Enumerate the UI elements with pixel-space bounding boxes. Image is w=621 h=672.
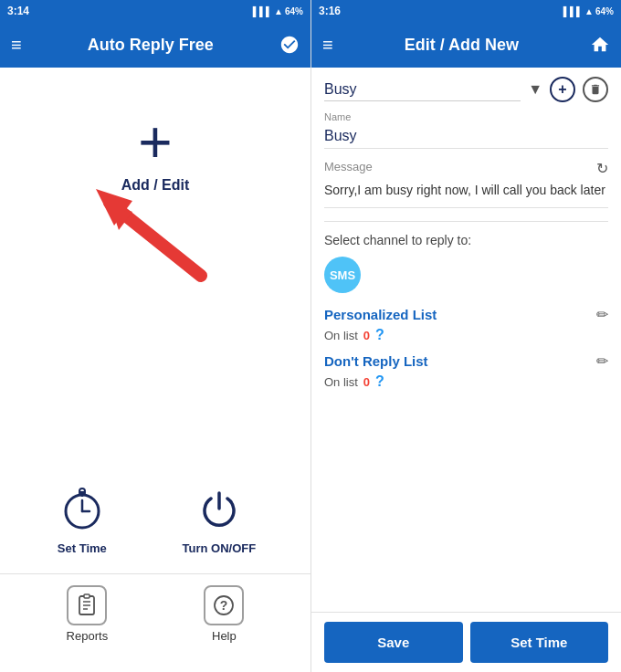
turn-onoff-label: Turn ON/OFF bbox=[183, 541, 257, 555]
set-time-icon bbox=[55, 481, 110, 536]
left-top-bar: ≡ Auto Reply Free bbox=[0, 22, 310, 68]
wifi-icon: ▲ bbox=[274, 6, 283, 16]
nav-help[interactable]: ? Help bbox=[204, 585, 244, 643]
right-home-icon[interactable] bbox=[590, 35, 610, 55]
help-icon-box: ? bbox=[204, 585, 244, 625]
turn-onoff-icon bbox=[192, 481, 247, 536]
personalized-on-list-row: On list 0 ? bbox=[324, 327, 608, 343]
personalized-on-list-label: On list bbox=[324, 329, 358, 342]
dropdown-arrow-icon: ▼ bbox=[528, 81, 542, 98]
sms-label: SMS bbox=[330, 268, 355, 282]
bottom-nav: Reports ? Help bbox=[0, 573, 310, 654]
personalized-help-icon[interactable]: ? bbox=[375, 327, 384, 343]
personalized-on-list-count: 0 bbox=[363, 329, 370, 342]
profile-dropdown[interactable]: Busy bbox=[324, 78, 521, 101]
message-label: Message bbox=[324, 160, 373, 173]
nav-reports[interactable]: Reports bbox=[67, 585, 109, 643]
sms-channel-icon[interactable]: SMS bbox=[324, 257, 361, 293]
dont-reply-list-title: Don't Reply List bbox=[324, 353, 428, 369]
left-main-content: + Add / Edit bbox=[0, 68, 310, 672]
add-edit-section[interactable]: + Add / Edit bbox=[64, 113, 247, 294]
right-panel: 3:16 ▌▌▌ ▲ 64% ≡ Edit / Add New Busy ▼ + bbox=[310, 0, 621, 672]
save-button[interactable]: Save bbox=[324, 622, 463, 663]
icon-row: Set Time Turn ON/OFF bbox=[0, 472, 310, 564]
personalized-list-header: Personalized List ✏ bbox=[324, 306, 608, 323]
svg-rect-14 bbox=[84, 594, 89, 598]
right-title: Edit / Add New bbox=[405, 36, 519, 55]
help-label: Help bbox=[212, 629, 237, 643]
dont-reply-on-list-row: On list 0 ? bbox=[324, 373, 608, 390]
bottom-section: Set Time Turn ON/OFF bbox=[0, 472, 310, 654]
dont-reply-help-icon[interactable]: ? bbox=[375, 373, 384, 390]
name-field-label: Name bbox=[324, 111, 608, 122]
turn-onoff-item[interactable]: Turn ON/OFF bbox=[183, 481, 257, 555]
personalized-list-edit[interactable]: ✏ bbox=[596, 306, 608, 323]
signal-bars: ▌▌▌ bbox=[253, 6, 272, 16]
right-battery: 64% bbox=[595, 6, 614, 16]
plus-icon: + bbox=[138, 113, 172, 172]
left-status-icons: ▌▌▌ ▲ 64% bbox=[253, 6, 303, 16]
left-top-right-icon bbox=[279, 35, 300, 55]
left-panel: 3:14 ▌▌▌ ▲ 64% ≡ Auto Reply Free + Add /… bbox=[0, 0, 310, 672]
battery-icon: 64% bbox=[285, 6, 303, 16]
set-time-item[interactable]: Set Time bbox=[55, 481, 110, 555]
red-arrow bbox=[64, 184, 247, 294]
dropdown-row: Busy ▼ + bbox=[324, 77, 608, 102]
set-time-button[interactable]: Set Time bbox=[470, 622, 609, 663]
left-menu-icon[interactable]: ≡ bbox=[11, 35, 22, 56]
left-time: 3:14 bbox=[7, 5, 29, 17]
dont-reply-on-list-count: 0 bbox=[363, 375, 370, 389]
right-status-icons: ▌▌▌ ▲ 64% bbox=[563, 6, 614, 16]
channel-label: Select channel to reply to: bbox=[324, 233, 608, 247]
dont-reply-on-list-label: On list bbox=[324, 375, 358, 389]
bottom-buttons: Save Set Time bbox=[311, 612, 621, 672]
right-status-bar: 3:16 ▌▌▌ ▲ 64% bbox=[311, 0, 621, 22]
message-text[interactable]: Sorry,I am busy right now, I will call y… bbox=[324, 181, 608, 208]
dont-reply-list-header: Don't Reply List ✏ bbox=[324, 352, 608, 370]
right-time: 3:16 bbox=[319, 5, 341, 17]
right-signal: ▌▌▌ bbox=[563, 6, 583, 16]
personalized-list-section: Personalized List ✏ On list 0 ? bbox=[324, 306, 608, 343]
set-time-label: Set Time bbox=[58, 541, 107, 555]
reports-icon-box bbox=[67, 585, 107, 625]
left-status-bar: 3:14 ▌▌▌ ▲ 64% bbox=[0, 0, 310, 22]
left-title: Auto Reply Free bbox=[88, 36, 214, 55]
right-wifi: ▲ bbox=[584, 6, 594, 16]
right-top-bar: ≡ Edit / Add New bbox=[311, 22, 621, 68]
personalized-list-title: Personalized List bbox=[324, 307, 437, 322]
right-form: Busy ▼ + Name Busy Message ↻ Sorry,I am … bbox=[311, 68, 621, 612]
dont-reply-list-edit[interactable]: ✏ bbox=[596, 352, 608, 370]
dont-reply-list-section: Don't Reply List ✏ On list 0 ? bbox=[324, 352, 608, 390]
name-field-value[interactable]: Busy bbox=[324, 124, 608, 149]
add-profile-button[interactable]: + bbox=[550, 77, 575, 102]
svg-text:?: ? bbox=[220, 598, 228, 613]
right-menu-icon[interactable]: ≡ bbox=[322, 35, 333, 56]
message-row: Message ↻ bbox=[324, 160, 608, 177]
refresh-icon[interactable]: ↻ bbox=[596, 160, 608, 177]
reports-label: Reports bbox=[67, 629, 109, 643]
divider-1 bbox=[324, 221, 608, 222]
delete-profile-button[interactable] bbox=[583, 77, 608, 102]
